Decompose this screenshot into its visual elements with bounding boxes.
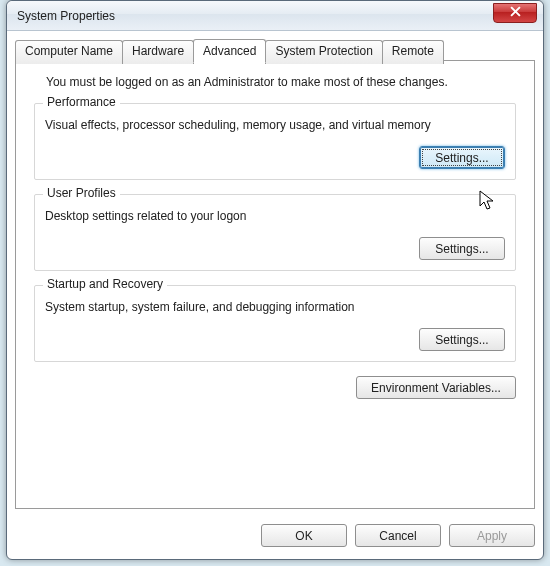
ok-button[interactable]: OK	[261, 524, 347, 547]
cancel-button[interactable]: Cancel	[355, 524, 441, 547]
advanced-panel: You must be logged on as an Administrato…	[15, 60, 535, 509]
user-profiles-legend: User Profiles	[43, 186, 120, 200]
startup-recovery-group: Startup and Recovery System startup, sys…	[34, 285, 516, 362]
window-title: System Properties	[17, 9, 115, 23]
startup-recovery-legend: Startup and Recovery	[43, 277, 167, 291]
user-profiles-settings-button[interactable]: Settings...	[419, 237, 505, 260]
close-button[interactable]	[493, 3, 537, 23]
tab-computer-name[interactable]: Computer Name	[15, 40, 123, 64]
close-icon	[510, 6, 521, 20]
user-profiles-group: User Profiles Desktop settings related t…	[34, 194, 516, 271]
tab-advanced[interactable]: Advanced	[193, 39, 266, 63]
intro-text: You must be logged on as an Administrato…	[46, 75, 516, 89]
system-properties-window: System Properties Computer Name Hardware…	[6, 0, 544, 560]
tab-hardware[interactable]: Hardware	[122, 40, 194, 64]
startup-recovery-desc: System startup, system failure, and debu…	[45, 300, 505, 314]
titlebar[interactable]: System Properties	[7, 1, 543, 31]
performance-desc: Visual effects, processor scheduling, me…	[45, 118, 505, 132]
performance-settings-button[interactable]: Settings...	[419, 146, 505, 169]
tabstrip: Computer Name Hardware Advanced System P…	[15, 39, 535, 63]
tab-system-protection[interactable]: System Protection	[265, 40, 382, 64]
dialog-button-row: OK Cancel Apply	[261, 524, 535, 547]
client-area: Computer Name Hardware Advanced System P…	[15, 39, 535, 551]
performance-legend: Performance	[43, 95, 120, 109]
startup-recovery-settings-button[interactable]: Settings...	[419, 328, 505, 351]
tab-remote[interactable]: Remote	[382, 40, 444, 64]
user-profiles-desc: Desktop settings related to your logon	[45, 209, 505, 223]
environment-variables-button[interactable]: Environment Variables...	[356, 376, 516, 399]
performance-group: Performance Visual effects, processor sc…	[34, 103, 516, 180]
apply-button[interactable]: Apply	[449, 524, 535, 547]
